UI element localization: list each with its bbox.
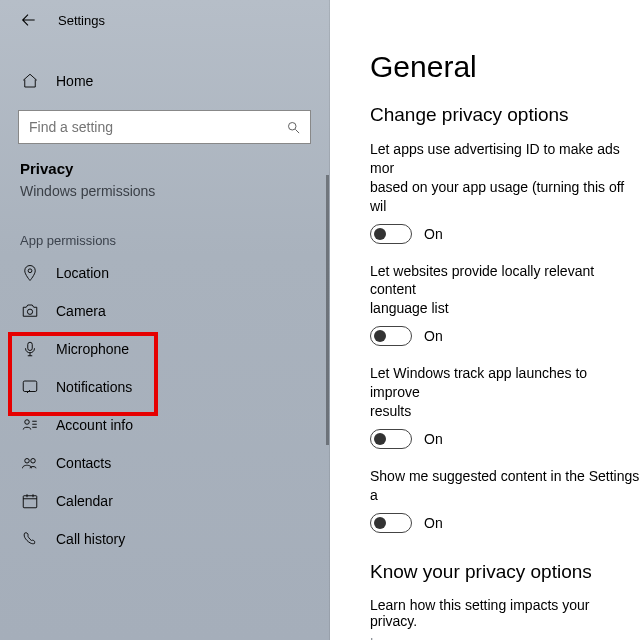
sidebar-item-calendar[interactable]: Calendar	[0, 482, 329, 520]
app-title: Settings	[58, 13, 105, 28]
back-arrow-icon	[20, 12, 36, 28]
sidebar-item-notifications[interactable]: Notifications	[0, 368, 329, 406]
sidebar-item-account-info[interactable]: Account info	[0, 406, 329, 444]
contacts-icon	[20, 453, 40, 473]
sidebar-item-label: Calendar	[56, 493, 113, 509]
section-description: Learn how this setting impacts your priv…	[370, 597, 640, 629]
svg-point-7	[31, 459, 36, 464]
sidebar-item-label: Contacts	[56, 455, 111, 471]
sidebar-item-label: Account info	[56, 417, 133, 433]
group-label: App permissions	[0, 207, 329, 254]
sidebar-item-label: Location	[56, 265, 109, 281]
privacy-option: Let Windows track app launches to improv…	[370, 364, 640, 449]
sidebar-item-label: Call history	[56, 531, 125, 547]
toggle-state: On	[424, 226, 443, 242]
svg-rect-8	[23, 496, 37, 508]
svg-point-1	[28, 269, 32, 273]
sidebar-item-contacts[interactable]: Contacts	[0, 444, 329, 482]
home-nav[interactable]: Home	[0, 62, 329, 100]
toggle-knob	[374, 517, 386, 529]
location-icon	[20, 263, 40, 283]
sidebar-item-camera[interactable]: Camera	[0, 292, 329, 330]
option-label: Let Windows track app launches to improv…	[370, 364, 640, 421]
option-label: Show me suggested content in the Setting…	[370, 467, 640, 505]
search-input[interactable]	[27, 118, 284, 136]
sidebar-item-label: Microphone	[56, 341, 129, 357]
camera-icon	[20, 301, 40, 321]
account-info-icon	[20, 415, 40, 435]
calendar-icon	[20, 491, 40, 511]
search-box[interactable]	[18, 110, 311, 144]
privacy-option: Let apps use advertising ID to make ads …	[370, 140, 640, 244]
sidebar-item-label: Notifications	[56, 379, 132, 395]
svg-rect-4	[23, 381, 37, 392]
section-heading: Change privacy options	[370, 104, 640, 126]
toggle-knob	[374, 228, 386, 240]
sidebar-item-location[interactable]: Location	[0, 254, 329, 292]
svg-point-5	[25, 420, 30, 425]
svg-rect-3	[28, 342, 33, 350]
title-bar: Settings	[0, 0, 329, 40]
privacy-option: Let websites provide locally relevant co…	[370, 262, 640, 347]
microphone-icon	[20, 339, 40, 359]
sidebar-item-label: Camera	[56, 303, 106, 319]
svg-point-6	[25, 459, 30, 464]
content-pane: General Change privacy options Let apps …	[330, 0, 640, 640]
page-title: General	[370, 50, 640, 84]
svg-point-2	[27, 309, 32, 314]
section-heading: Know your privacy options	[370, 561, 640, 583]
option-label: Let apps use advertising ID to make ads …	[370, 140, 640, 216]
toggle-suggested-content[interactable]	[370, 513, 412, 533]
scrollbar[interactable]	[326, 175, 329, 445]
toggle-state: On	[424, 328, 443, 344]
toggle-state: On	[424, 431, 443, 447]
option-label: Let websites provide locally relevant co…	[370, 262, 640, 319]
back-button[interactable]	[12, 4, 44, 36]
notifications-icon	[20, 377, 40, 397]
section-title: Privacy	[0, 150, 329, 181]
link-learn-more[interactable]: Learn more	[370, 633, 640, 640]
toggle-language-list[interactable]	[370, 326, 412, 346]
sidebar: Settings Home Privacy Windows permission…	[0, 0, 330, 640]
sidebar-item-call-history[interactable]: Call history	[0, 520, 329, 558]
call-history-icon	[20, 529, 40, 549]
home-icon	[20, 71, 40, 91]
toggle-advertising-id[interactable]	[370, 224, 412, 244]
search-icon	[284, 118, 302, 136]
toggle-track-launches[interactable]	[370, 429, 412, 449]
home-label: Home	[56, 73, 93, 89]
sidebar-item-microphone[interactable]: Microphone	[0, 330, 329, 368]
svg-point-0	[288, 122, 296, 130]
toggle-knob	[374, 330, 386, 342]
search-wrap	[0, 100, 329, 150]
toggle-state: On	[424, 515, 443, 531]
privacy-option: Show me suggested content in the Setting…	[370, 467, 640, 533]
section-subtitle[interactable]: Windows permissions	[0, 181, 329, 207]
toggle-knob	[374, 433, 386, 445]
